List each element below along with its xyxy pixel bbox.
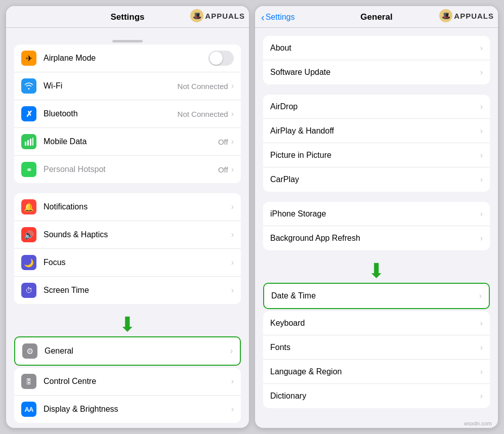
display-icon: AA: [21, 402, 36, 417]
general-label: General: [45, 346, 229, 356]
svg-rect-3: [32, 138, 33, 146]
wifi-value: Not Connected: [178, 82, 228, 91]
wsxdn-text: wsxdn.com: [464, 420, 492, 426]
wsxdn-watermark: wsxdn.com: [255, 418, 498, 427]
arrow-down-icon-right: ⬇: [368, 261, 385, 281]
green-arrow-right: ⬇: [255, 261, 498, 281]
bluetooth-icon: ✗: [21, 106, 36, 121]
general-highlighted[interactable]: ⚙ General ›: [14, 336, 241, 366]
fonts-label: Fonts: [270, 343, 479, 352]
right-nav-bar: ‹ Settings General 🎩 APPUALS: [255, 6, 498, 28]
pip-chevron: ›: [480, 151, 483, 160]
language-region-item[interactable]: Language & Region ›: [263, 360, 490, 384]
wifi-icon: [21, 78, 36, 94]
date-time-label: Date & Time: [271, 291, 478, 300]
dictionary-label: Dictionary: [270, 392, 479, 401]
mobile-data-item[interactable]: Mobile Data Off ›: [14, 128, 241, 156]
control-centre-label: Control Centre: [44, 377, 230, 386]
sounds-label: Sounds & Haptics: [44, 230, 230, 239]
keyboard-item[interactable]: Keyboard ›: [263, 311, 490, 335]
software-update-chevron: ›: [480, 68, 483, 77]
general-chevron: ›: [230, 346, 233, 356]
personal-hotspot-item[interactable]: ⚭ Personal Hotspot Off ›: [14, 156, 241, 183]
focus-item[interactable]: 🌙 Focus ›: [14, 249, 241, 277]
control-centre-item[interactable]: 🎛 Control Centre ›: [14, 368, 241, 396]
date-time-item[interactable]: Date & Time ›: [264, 284, 489, 308]
general-item[interactable]: ⚙ General ›: [15, 337, 240, 365]
personal-hotspot-chevron: ›: [231, 165, 234, 174]
wifi-label: Wi-Fi: [44, 81, 178, 91]
background-refresh-chevron: ›: [480, 234, 483, 243]
notifications-item[interactable]: 🔔 Notifications ›: [14, 193, 241, 221]
screen-time-item[interactable]: ⏱ Screen Time ›: [14, 277, 241, 304]
fonts-chevron: ›: [480, 343, 483, 352]
wifi-chevron: ›: [231, 81, 234, 91]
language-region-label: Language & Region: [270, 367, 479, 376]
pip-item[interactable]: Picture in Picture ›: [263, 143, 490, 167]
left-panel-title: Settings: [110, 12, 144, 22]
screen-time-chevron: ›: [231, 286, 234, 295]
bluetooth-value: Not Connected: [178, 110, 228, 118]
carplay-label: CarPlay: [270, 175, 479, 184]
watermark-text-right: APPUALS: [454, 12, 494, 20]
focus-chevron: ›: [231, 258, 234, 267]
svg-rect-1: [27, 140, 29, 146]
airplay-chevron: ›: [480, 126, 483, 136]
general-icon: ⚙: [22, 343, 37, 359]
control-centre-chevron: ›: [231, 377, 234, 386]
display-chevron: ›: [231, 405, 234, 414]
airplane-mode-icon: ✈: [21, 51, 36, 66]
back-chevron-icon: ‹: [261, 12, 265, 23]
back-label: Settings: [266, 13, 295, 22]
storage-group: iPhone Storage › Background App Refresh …: [263, 202, 490, 250]
carplay-item[interactable]: CarPlay ›: [263, 167, 490, 192]
sounds-icon: 🔊: [21, 227, 36, 242]
toggle-knob: [209, 52, 223, 65]
sounds-chevron: ›: [231, 230, 234, 239]
about-chevron: ›: [480, 44, 483, 53]
airplane-mode-item[interactable]: ✈ Airplane Mode: [14, 45, 241, 72]
connectivity-group: ✈ Airplane Mode Wi-Fi Not Connected ›: [14, 45, 241, 183]
notifications-icon: 🔔: [21, 199, 36, 214]
wifi-item[interactable]: Wi-Fi Not Connected ›: [14, 72, 241, 100]
fonts-item[interactable]: Fonts ›: [263, 335, 490, 360]
airdrop-label: AirDrop: [270, 102, 479, 111]
system-group: 🔔 Notifications › 🔊 Sounds & Haptics › 🌙…: [14, 193, 241, 304]
personal-hotspot-icon: ⚭: [21, 162, 36, 177]
dictionary-item[interactable]: Dictionary ›: [263, 384, 490, 408]
screen-time-icon: ⏱: [21, 283, 36, 298]
scroll-indicator: [112, 40, 143, 42]
right-panel-title: General: [360, 12, 392, 22]
airdrop-chevron: ›: [480, 102, 483, 111]
bluetooth-item[interactable]: ✗ Bluetooth Not Connected ›: [14, 100, 241, 128]
software-update-label: Software Update: [270, 68, 479, 77]
green-arrow-left: ⬇: [6, 314, 249, 334]
date-time-chevron: ›: [479, 291, 482, 300]
bluetooth-chevron: ›: [231, 109, 234, 118]
focus-label: Focus: [44, 258, 230, 267]
bottom-group-right: Keyboard › Fonts › Language & Region › D…: [263, 311, 490, 408]
personal-hotspot-value: Off: [218, 165, 228, 174]
svg-rect-2: [30, 139, 31, 146]
carplay-chevron: ›: [480, 175, 483, 184]
display-item[interactable]: AA Display & Brightness ›: [14, 396, 241, 423]
airplane-mode-label: Airplane Mode: [44, 54, 208, 63]
dictionary-chevron: ›: [480, 392, 483, 401]
airplane-mode-toggle[interactable]: [208, 51, 234, 66]
airplay-item[interactable]: AirPlay & Handoff ›: [263, 119, 490, 143]
iphone-storage-item[interactable]: iPhone Storage ›: [263, 202, 490, 226]
sounds-item[interactable]: 🔊 Sounds & Haptics ›: [14, 221, 241, 249]
about-item[interactable]: About ›: [263, 36, 490, 60]
notifications-chevron: ›: [231, 202, 234, 211]
software-update-item[interactable]: Software Update ›: [263, 60, 490, 84]
bottom-group-left: 🎛 Control Centre › AA Display & Brightne…: [14, 368, 241, 423]
date-time-highlighted[interactable]: Date & Time ›: [263, 283, 490, 309]
airplay-label: AirPlay & Handoff: [270, 126, 479, 136]
background-refresh-item[interactable]: Background App Refresh ›: [263, 226, 490, 250]
watermark-icon-right: 🎩: [439, 9, 452, 22]
back-button[interactable]: ‹ Settings: [261, 12, 295, 23]
watermark-left: 🎩 APPUALS: [190, 9, 245, 22]
focus-icon: 🌙: [21, 255, 36, 270]
airdrop-item[interactable]: AirDrop ›: [263, 95, 490, 119]
about-label: About: [270, 44, 479, 53]
